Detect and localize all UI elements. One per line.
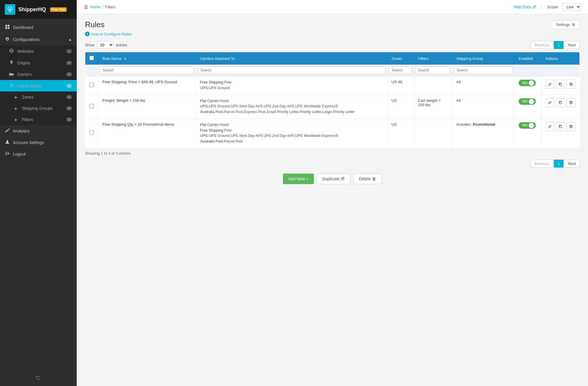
sidebar-dashboard-label: Dashboard: [13, 25, 72, 30]
svg-rect-1: [5, 25, 7, 27]
row-1-duplicate-button[interactable]: [556, 80, 565, 89]
websites-badge: 1: [66, 49, 72, 53]
sidebar-logo: ShipperHQ Free Trial: [0, 0, 77, 19]
row-3-yes-label: YES: [522, 124, 528, 127]
next-button-top[interactable]: Next: [564, 41, 580, 49]
previous-button-bottom[interactable]: Previous: [530, 160, 553, 168]
row-3-enabled-toggle[interactable]: YES: [519, 122, 536, 129]
configure-rules-link[interactable]: i How to Configure Rules: [85, 32, 580, 36]
free-trial-badge: Free Trial: [50, 7, 67, 12]
page-header: Rules Settings ⚙: [85, 20, 580, 29]
sidebar-account-settings-label: Account Settings: [13, 140, 72, 145]
row-1-edit-button[interactable]: [545, 80, 554, 89]
sidebar-item-dashboard[interactable]: Dashboard: [0, 21, 77, 33]
row-2-checkbox[interactable]: [89, 104, 94, 108]
dashboard-icon: [5, 24, 10, 30]
row-3-edit-button[interactable]: [545, 122, 554, 131]
sidebar-filters-label: Filters: [22, 117, 66, 122]
search-zones[interactable]: [389, 66, 412, 74]
row-3-duplicate-button[interactable]: [556, 122, 565, 131]
page-title: Rules: [85, 20, 104, 29]
row-3-delete-button[interactable]: [566, 122, 575, 131]
topbar-divider: |: [541, 5, 542, 9]
pagination-top: Previous 1 Next: [530, 41, 580, 49]
row-1-enabled-toggle[interactable]: YES: [519, 80, 536, 86]
row-2-enabled-toggle[interactable]: YES: [519, 98, 536, 105]
row-2-yes-label: YES: [522, 100, 528, 103]
svg-rect-22: [570, 102, 572, 104]
svg-rect-21: [560, 102, 562, 104]
breadcrumb-home-icon: 🏠: [84, 5, 89, 9]
configurations-icon: [5, 37, 10, 42]
col-header-rule-name[interactable]: Rule Name ⇅: [98, 52, 196, 65]
show-entries: Show 10 25 50 100 entries: [85, 41, 127, 49]
topbar-right: Help Docs 🔗 | Scope Live Test: [514, 3, 581, 11]
row-2-duplicate-button[interactable]: [556, 98, 565, 107]
row-2-delete-button[interactable]: [566, 98, 575, 107]
row-3-rule-name: Free Shipping Qty > 10 Promotional Items: [102, 122, 174, 127]
entries-select[interactable]: 10 25 50 100: [97, 41, 114, 49]
row-2-zones: US: [392, 98, 397, 103]
col-enabled-label: Enabled: [519, 56, 533, 61]
col-actions-label: Actions: [545, 56, 558, 61]
delete-button[interactable]: Delete 🗑: [353, 174, 382, 184]
table-row: Free Shipping: Price > $49.99, UPS Groun…: [85, 76, 580, 95]
sidebar-item-zones[interactable]: ▶ Zones 4: [0, 91, 77, 103]
breadcrumb-home-link[interactable]: Home: [90, 5, 101, 9]
configure-link-label: How to Configure Rules: [91, 32, 132, 36]
scope-select[interactable]: Live Test: [563, 3, 581, 11]
sidebar-item-carrier-rules[interactable]: Carrier Rules 3: [0, 80, 77, 91]
analytics-icon: [5, 128, 10, 133]
carrier-rules-icon: [9, 83, 14, 88]
sidebar-item-origins[interactable]: Origins 4: [0, 57, 77, 68]
row-1-delete-button[interactable]: [566, 80, 575, 89]
help-docs-label: Help Docs: [514, 5, 531, 9]
sidebar-item-analytics[interactable]: Analytics: [0, 125, 77, 137]
refresh-icon[interactable]: [35, 375, 41, 382]
search-rule-name[interactable]: [100, 66, 194, 74]
add-new-button[interactable]: Add New +: [283, 174, 314, 184]
svg-point-0: [9, 9, 11, 10]
row-3-actions: [545, 122, 575, 131]
next-button-bottom[interactable]: Next: [564, 160, 580, 168]
svg-rect-25: [560, 126, 562, 128]
sidebar-item-logout[interactable]: Logout: [0, 148, 77, 160]
sidebar-item-carriers[interactable]: Carriers 6: [0, 68, 77, 80]
bottom-actions: Add New + Duplicate 🗗 Delete 🗑: [85, 174, 580, 190]
page-1-button-bottom[interactable]: 1: [554, 160, 564, 168]
row-3-checkbox[interactable]: [89, 130, 94, 135]
col-filters-label: Filters: [418, 56, 428, 61]
sidebar-item-configurations[interactable]: Configurations ▲: [0, 33, 77, 45]
row-1-checkbox[interactable]: [89, 83, 94, 87]
trash-icon: 🗑: [372, 176, 376, 181]
help-docs-link[interactable]: Help Docs 🔗: [514, 5, 537, 9]
page-1-button-top[interactable]: 1: [554, 41, 564, 49]
breadcrumb: 🏠 Home / Filters: [84, 5, 116, 9]
topbar: 🏠 Home / Filters Help Docs 🔗 | Scope Liv…: [77, 0, 588, 14]
duplicate-icon: 🗗: [341, 176, 345, 181]
select-all-checkbox[interactable]: [89, 56, 94, 60]
sidebar-item-filters[interactable]: ▶ Filters 3: [0, 114, 77, 125]
duplicate-button[interactable]: Duplicate 🗗: [317, 174, 350, 184]
col-header-zones: Zones: [387, 52, 414, 65]
sidebar-item-shipping-groups[interactable]: ▶ Shipping Groups 4: [0, 103, 77, 114]
search-shipping-group[interactable]: [454, 66, 512, 74]
row-2-carriers: Flat Carrier:Fixed UPS:UPS Ground,UPS Ne…: [200, 99, 355, 114]
col-header-checkbox: [85, 52, 98, 65]
col-rule-name-label: Rule Name: [102, 56, 122, 61]
search-filters[interactable]: [415, 66, 450, 74]
sidebar-item-websites[interactable]: Websites 1: [0, 45, 77, 57]
svg-rect-3: [5, 27, 7, 29]
search-carriers[interactable]: [198, 66, 386, 74]
row-2-edit-button[interactable]: [545, 98, 554, 107]
pagination-bottom: Previous 1 Next: [530, 160, 580, 168]
settings-button[interactable]: Settings ⚙: [552, 20, 580, 29]
previous-button-top[interactable]: Previous: [530, 41, 553, 49]
row-1-rule-name: Free Shipping: Price > $49.99, UPS Groun…: [102, 80, 177, 84]
row-1-actions: [545, 80, 575, 89]
sidebar-configurations-label: Configurations: [13, 37, 67, 42]
sidebar-origins-label: Origins: [17, 60, 66, 65]
row-3-zones: US: [392, 122, 397, 127]
sidebar-item-account-settings[interactable]: Account Settings: [0, 137, 77, 148]
carriers-icon: [9, 72, 14, 77]
